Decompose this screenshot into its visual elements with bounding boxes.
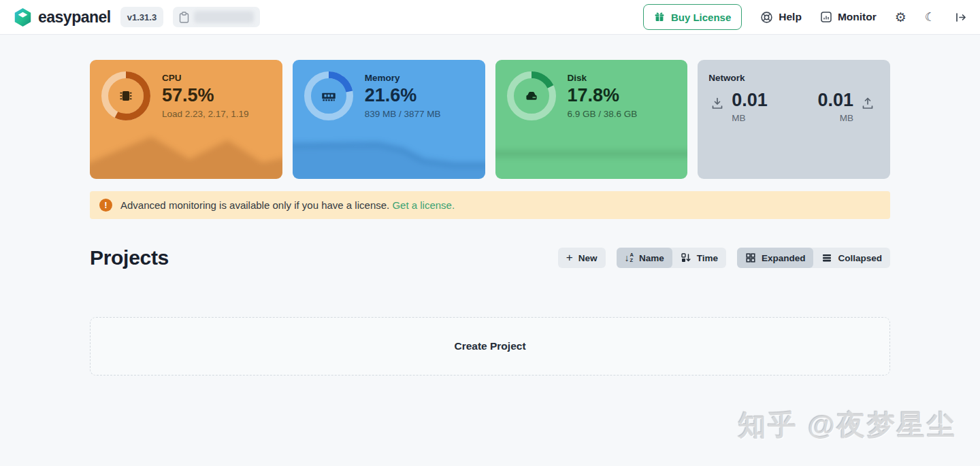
- cpu-label: CPU: [162, 73, 249, 83]
- cpu-stat-card: CPU 57.5% Load 2.23, 2.17, 1.19: [90, 60, 282, 179]
- view-expanded-button[interactable]: Expanded: [737, 248, 814, 268]
- create-project-button[interactable]: Create Project: [90, 317, 890, 376]
- project-controls: + New ↓AZ Name: [558, 248, 890, 268]
- brand[interactable]: easypanel: [14, 8, 111, 27]
- license-warning-banner: ! Advanced monitoring is available only …: [90, 191, 890, 219]
- clipboard-icon: [179, 12, 189, 23]
- view-collapsed-label: Collapsed: [838, 253, 882, 263]
- memory-value: 21.6%: [365, 85, 441, 106]
- version-badge: v1.31.3: [120, 7, 163, 27]
- disk-gauge: [506, 71, 557, 121]
- grid-view-icon: [745, 252, 756, 263]
- stats-cards-row: CPU 57.5% Load 2.23, 2.17, 1.19: [90, 60, 890, 179]
- plus-icon: +: [566, 252, 573, 263]
- brand-name: easypanel: [38, 8, 111, 27]
- sort-time-label: Time: [697, 253, 718, 263]
- ram-icon: [320, 87, 338, 105]
- download-tray-icon: [710, 96, 725, 123]
- network-stat-card: Network 0.01 MB: [698, 60, 890, 179]
- new-project-button[interactable]: + New: [558, 248, 606, 268]
- sort-time-icon: [681, 252, 691, 263]
- list-view-icon: [821, 252, 832, 263]
- network-down-unit: MB: [732, 113, 768, 123]
- cpu-load-text: Load 2.23, 2.17, 1.19: [162, 109, 249, 119]
- new-label: New: [578, 253, 598, 263]
- redacted-server-name: [194, 11, 254, 23]
- memory-usage-text: 839 MB / 3877 MB: [365, 109, 441, 119]
- cpu-chip-icon: [117, 87, 135, 105]
- get-license-link[interactable]: Get a license.: [392, 199, 455, 211]
- memory-label: Memory: [365, 73, 441, 83]
- sort-by-name-button[interactable]: ↓AZ Name: [617, 248, 672, 268]
- memory-stat-card: Memory 21.6% 839 MB / 3877 MB: [293, 60, 485, 179]
- watermark: 知乎 @夜梦星尘: [738, 407, 957, 444]
- network-down-value: 0.01: [732, 90, 768, 111]
- sort-alpha-desc-icon: ↓AZ: [625, 252, 634, 263]
- network-label: Network: [708, 73, 879, 83]
- dark-mode-moon-icon[interactable]: ☾: [925, 12, 935, 23]
- memory-gauge: [304, 71, 354, 121]
- sort-by-time-button[interactable]: Time: [672, 248, 726, 268]
- view-expanded-label: Expanded: [762, 253, 806, 263]
- network-upload: 0.01 MB: [817, 90, 875, 123]
- disk-stat-card: Disk 17.8% 6.9 GB / 38.6 GB: [495, 60, 688, 179]
- create-project-label: Create Project: [454, 340, 525, 352]
- disk-usage-text: 6.9 GB / 38.6 GB: [568, 109, 638, 119]
- view-collapsed-button[interactable]: Collapsed: [813, 248, 890, 268]
- easypanel-logo-icon: [14, 8, 32, 27]
- banner-text: Advanced monitoring is available only if…: [120, 199, 389, 211]
- cpu-value: 57.5%: [162, 85, 249, 106]
- gift-icon: [654, 12, 665, 22]
- buy-license-button[interactable]: Buy License: [643, 4, 742, 30]
- buy-license-label: Buy License: [671, 12, 731, 23]
- top-navbar: easypanel v1.31.3 Buy License: [0, 0, 980, 35]
- help-menu[interactable]: Help: [760, 11, 802, 24]
- logout-icon[interactable]: [953, 11, 966, 24]
- cpu-gauge: [101, 71, 151, 121]
- network-up-unit: MB: [817, 113, 853, 123]
- upload-tray-icon: [860, 96, 875, 123]
- cpu-sparkline: [90, 125, 282, 179]
- hard-drive-icon: [523, 87, 540, 105]
- monitor-label: Monitor: [838, 11, 877, 23]
- monitor-chart-icon: [820, 11, 832, 23]
- memory-sparkline: [293, 125, 485, 179]
- disk-sparkline: [495, 125, 688, 179]
- network-download: 0.01 MB: [710, 90, 768, 123]
- help-label: Help: [779, 11, 802, 23]
- settings-gear-icon[interactable]: ⚙: [895, 11, 906, 24]
- sort-name-label: Name: [639, 253, 664, 263]
- disk-label: Disk: [568, 73, 638, 83]
- view-toggle-group: Expanded Collapsed: [737, 248, 890, 268]
- page-title: Projects: [90, 246, 169, 269]
- network-up-value: 0.01: [817, 90, 853, 111]
- monitor-menu[interactable]: Monitor: [820, 11, 877, 23]
- sort-toggle-group: ↓AZ Name Time: [617, 248, 726, 268]
- server-id-chip[interactable]: [173, 7, 260, 27]
- warning-exclamation-icon: !: [99, 199, 112, 212]
- disk-value: 17.8%: [568, 85, 638, 106]
- lifebuoy-icon: [760, 11, 773, 24]
